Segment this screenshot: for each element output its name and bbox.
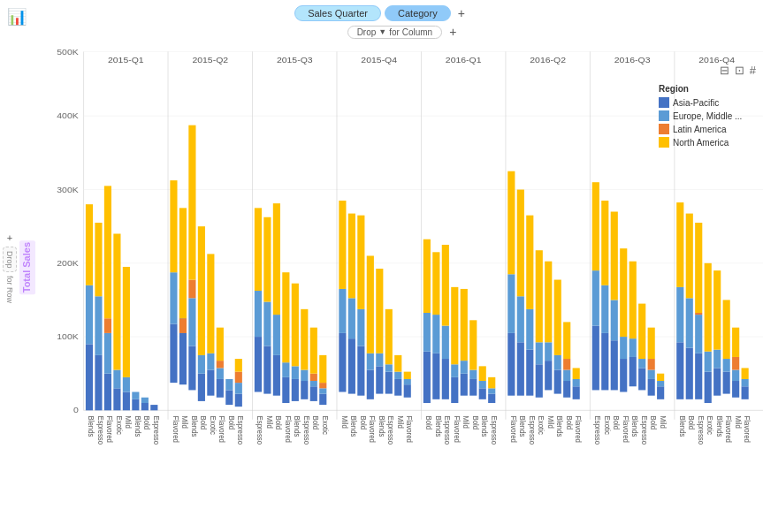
svg-text:Mild: Mild: [733, 416, 741, 429]
svg-text:Bold: Bold: [274, 416, 282, 430]
svg-text:Bold: Bold: [311, 416, 319, 430]
svg-rect-164: [545, 262, 552, 343]
svg-rect-211: [705, 352, 712, 372]
svg-rect-77: [255, 291, 262, 337]
svg-rect-224: [742, 379, 749, 386]
svg-rect-163: [545, 342, 552, 361]
chart-icons: ⊟ ⊡ #: [659, 64, 756, 77]
svg-rect-132: [442, 359, 449, 399]
svg-rect-45: [132, 392, 139, 399]
legend-color-latin: [659, 124, 669, 134]
svg-text:Mild: Mild: [546, 416, 554, 429]
svg-text:Espresso: Espresso: [96, 416, 104, 445]
svg-text:Mild: Mild: [340, 416, 348, 429]
svg-text:Blends: Blends: [714, 416, 722, 437]
svg-text:300K: 300K: [57, 185, 79, 194]
svg-rect-137: [451, 287, 458, 364]
svg-rect-176: [592, 270, 599, 325]
svg-rect-207: [695, 315, 702, 353]
filter-icon[interactable]: ⊟: [720, 64, 729, 77]
svg-text:Flavored: Flavored: [405, 416, 413, 444]
add-column-btn[interactable]: +: [454, 6, 469, 20]
svg-rect-206: [695, 353, 702, 399]
svg-rect-157: [526, 309, 533, 350]
svg-rect-66: [217, 379, 224, 398]
svg-rect-32: [95, 296, 102, 355]
svg-rect-85: [282, 377, 289, 403]
svg-text:Mild: Mild: [658, 416, 666, 429]
svg-rect-177: [592, 182, 599, 270]
svg-rect-179: [601, 285, 608, 333]
svg-rect-138: [461, 374, 468, 396]
legend-color-north: [659, 137, 669, 148]
svg-rect-57: [188, 298, 195, 346]
svg-text:Blends: Blends: [87, 416, 95, 437]
drop-for-row-btn[interactable]: Drop: [3, 247, 17, 273]
svg-text:100K: 100K: [57, 332, 79, 341]
svg-rect-142: [469, 370, 477, 379]
drop-column-pill[interactable]: Drop ▼ for Column: [347, 26, 443, 39]
svg-rect-208: [695, 313, 702, 315]
duplicate-icon[interactable]: ⊡: [735, 64, 744, 77]
svg-rect-225: [742, 368, 749, 378]
svg-rect-74: [235, 372, 242, 383]
left-zone: + Drop for Row Total Sales: [0, 42, 42, 493]
sales-quarter-btn[interactable]: Sales Quarter: [294, 5, 381, 21]
svg-rect-213: [713, 368, 721, 395]
svg-rect-107: [348, 214, 355, 299]
svg-rect-129: [432, 353, 439, 399]
svg-rect-91: [301, 381, 308, 399]
svg-rect-195: [648, 359, 655, 369]
svg-rect-140: [461, 289, 468, 361]
svg-rect-186: [620, 248, 627, 337]
svg-text:Blends: Blends: [555, 416, 563, 437]
add-left-btn[interactable]: +: [4, 232, 16, 243]
svg-rect-100: [319, 383, 326, 388]
svg-rect-123: [404, 384, 411, 398]
svg-rect-98: [319, 394, 326, 405]
svg-text:Espresso: Espresso: [640, 416, 648, 445]
hash-icon[interactable]: #: [750, 64, 756, 77]
svg-rect-145: [479, 381, 486, 388]
add-row-btn[interactable]: +: [446, 25, 460, 39]
svg-rect-193: [648, 379, 655, 396]
svg-rect-40: [113, 233, 120, 369]
svg-rect-30: [86, 204, 93, 285]
for-column-label: for Column: [389, 27, 432, 37]
legend-title: Region: [659, 84, 756, 94]
svg-text:Espresso: Espresso: [302, 416, 310, 445]
svg-text:Bold: Bold: [565, 416, 573, 430]
svg-text:Bold: Bold: [424, 416, 432, 430]
svg-text:Espresso: Espresso: [386, 416, 394, 445]
category-btn[interactable]: Category: [385, 5, 451, 21]
svg-rect-88: [292, 379, 299, 401]
svg-text:500K: 500K: [57, 47, 79, 56]
legend-label-asia: Asia-Pacific: [673, 98, 719, 108]
svg-rect-156: [526, 350, 533, 396]
svg-rect-144: [479, 388, 486, 399]
svg-rect-39: [113, 370, 120, 389]
svg-rect-95: [310, 381, 317, 386]
svg-rect-159: [536, 364, 543, 397]
svg-rect-59: [188, 125, 195, 280]
chart-area: + Drop for Row Total Sales 0: [0, 42, 763, 493]
svg-rect-78: [255, 208, 262, 291]
svg-rect-43: [123, 267, 130, 377]
svg-rect-110: [357, 216, 364, 309]
chart-type-icon[interactable]: 📊: [7, 7, 27, 27]
svg-rect-141: [469, 379, 477, 396]
legend-item-latin: Latin America: [659, 124, 756, 134]
legend-item-europe: Europe, Middle ...: [659, 110, 756, 121]
svg-rect-28: [86, 344, 93, 410]
chart-legend: ⊟ ⊡ # Region Asia-Pacific Europe, Middle…: [659, 64, 756, 150]
svg-text:Exotic: Exotic: [603, 416, 611, 435]
svg-text:Blends: Blends: [190, 416, 198, 437]
svg-rect-86: [282, 362, 289, 377]
svg-rect-94: [310, 386, 317, 401]
drop-zone-left: + Drop for Row: [0, 42, 19, 493]
svg-rect-196: [648, 328, 655, 359]
svg-text:Blends: Blends: [480, 416, 488, 437]
svg-rect-221: [732, 357, 739, 370]
svg-rect-93: [301, 309, 308, 370]
svg-text:2016-Q2: 2016-Q2: [530, 55, 566, 64]
